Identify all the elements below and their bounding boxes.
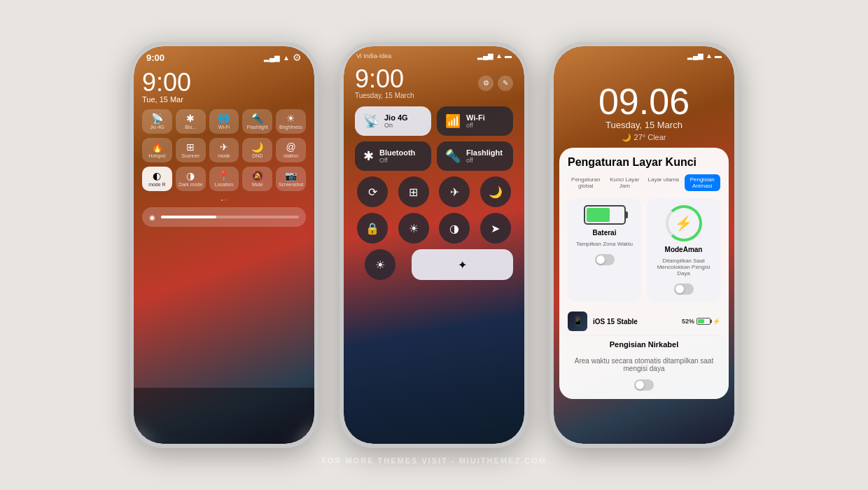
edit-icon-btn[interactable]: ✎ [498,76,513,91]
phone1-date: Tue, 15 Mar [142,95,306,104]
tab-jam[interactable]: Kunci Layar Jam [607,174,643,191]
wireless-toggle[interactable] [634,379,654,391]
screenshot-icon: 📷 [285,171,297,181]
cc-jio4g-btn[interactable]: 📡 Jio 4G [142,109,172,134]
cc-screenshot-label: Screenshot [279,182,303,187]
tile-jio4g[interactable]: 📡 Jio 4G On [355,106,431,136]
tile-bt-text: Bluetooth Off [379,148,423,164]
phone2-bottom-row: ☀ ✦ [355,249,513,280]
airplane-btn[interactable]: ✈ [439,176,470,207]
cc-dnd-btn[interactable]: 🌙 DND [242,138,272,162]
hotspot-icon: 🔥 [151,142,163,152]
phone2-action-icons: ⚙ ✎ [478,76,513,91]
tile-flashlight[interactable]: 🔦 Flashlight off [437,141,513,171]
tab-utama[interactable]: Layar utama [645,174,682,191]
cc-mode-label: mode R [148,182,166,187]
phone2-status-right: ▂▄▆ ▲ ▬ [477,52,512,59]
phone2-date: Tuesday, 15 March [355,92,414,99]
tile-jio-icon: 📡 [363,113,379,129]
phone1-status-right: ▂▄▆ ▲ ⚙ [264,52,302,63]
cc-darkmode-btn[interactable]: ◑ Dark mode [176,167,206,191]
cc-mute-label: Mute [252,182,263,187]
phone1-status-bar: 9:00 ▂▄▆ ▲ ⚙ [134,46,314,66]
cc-hotspot-btn[interactable]: 🔥 Hotspot [142,138,172,162]
signal-icon: ▂▄▆ [264,54,280,62]
tile-wifi[interactable]: 📶 Wi-Fi off [437,106,513,136]
scan-btn[interactable]: ⊞ [398,176,429,207]
wireless-section: Pengisian Nirkabel Area waktu secara oto… [568,336,720,391]
phone1-clock: 9:00 [142,70,306,95]
ios-icon-visual: 📱 [568,312,587,331]
tile-wifi-sub: off [466,122,505,129]
list-item-name: iOS 15 Stable [593,318,676,326]
cc-scanner-btn[interactable]: ⊞ Scanner [176,138,206,162]
cc-row3: ◐ mode R ◑ Dark mode 📍 Location 🔕 Mute 📷 [142,167,306,191]
flashlight-icon: 🔦 [251,113,263,123]
settings-panel: Pengaturan Layar Kunci Pengaturan global… [559,148,729,399]
cc-flashlight-btn[interactable]: 🔦 Flashlight [242,109,272,134]
cc-scanner-label: Scanner [181,153,200,158]
battery2-icon: ▬ [505,52,512,59]
cc-mute-btn[interactable]: 🔕 Mute [242,167,272,191]
tile-wifi-icon: 📶 [445,113,461,129]
phone3-screen: ▂▄▆ ▲ ▬ 09.06 Tuesday, 15 March 🌙 27° Cl… [554,46,734,444]
baterai-toggle[interactable] [595,254,615,265]
cc-row2: 🔥 Hotspot ⊞ Scanner ✈ mode 🌙 DND @ n [142,138,306,162]
phone3: ▂▄▆ ▲ ▬ 09.06 Tuesday, 15 March 🌙 27° Cl… [550,42,738,448]
mute-icon: 🔕 [251,171,263,181]
cc-screenshot-btn[interactable]: 📷 Screenshot [276,167,306,191]
list-item-ios: 📱 iOS 15 Stable 52% ⚡ [568,307,720,336]
baterai-toggle-row [595,254,615,265]
wifi-cc-icon: 🌐 [218,113,230,123]
baterai-sub: Tampilkan Zona Waktu [576,241,633,247]
battery3-icon: ▬ [715,52,722,59]
watermark-text: FOR MORE THEMES VISIT - MIUITHEMEZ.COM [321,456,547,465]
lock-btn[interactable]: 🔒 [357,213,388,244]
panel-title: Pengaturan Layar Kunci [568,156,720,169]
ios-app-icon: 📱 [568,312,587,331]
card-baterai: Baterai Tampilkan Zona Waktu [568,198,641,302]
battery-visual [584,205,626,225]
settings-icon-btn[interactable]: ⚙ [478,76,493,91]
cc-mode-btn[interactable]: ◐ mode R [142,167,172,191]
phone2-content: 9:00 Tuesday, 15 March ⚙ ✎ 📡 Jio 4G On [344,62,524,284]
moon-btn[interactable]: 🌙 [480,176,511,207]
tab-global[interactable]: Pengaturan global [568,174,604,191]
cc-brightness-btn[interactable]: ☀ Brightness [276,109,306,134]
long-btn[interactable]: ✦ [412,249,513,280]
tile-bluetooth[interactable]: ✱ Bluetooth Off [355,141,431,171]
phone1-bottom-overlay [134,388,314,444]
phone3-status-bar: ▂▄▆ ▲ ▬ [554,46,734,62]
card-modeaman: ⚡ ModeAman Ditampilkan Saat Mencolokkan … [647,198,720,302]
navigate-btn[interactable]: ➤ [480,213,511,244]
tile-flashlight-icon: 🔦 [445,148,461,164]
tile-bt-icon: ✱ [363,148,374,164]
sun-btn[interactable]: ☀ [398,213,429,244]
cc-rotation-btn[interactable]: @ ntation [276,138,306,162]
darkmode-btn[interactable]: ◑ [439,213,470,244]
location-icon: 📍 [218,171,230,181]
gear-icon[interactable]: ⚙ [293,52,302,63]
rotate-btn[interactable]: ⟳ [357,176,388,207]
modeaman-sub: Ditampilkan Saat Mencolokkan Pengisi Day… [654,258,713,276]
phone2-time-row: 9:00 Tuesday, 15 March ⚙ ✎ [355,66,513,99]
baterai-label: Baterai [593,229,617,237]
phone1: 9:00 ▂▄▆ ▲ ⚙ 9:00 Tue, 15 Mar 📡 Jio 4G ✱… [130,42,318,448]
cc-wifi-btn[interactable]: 🌐 Wi-Fi [209,109,239,134]
tile-flashlight-text: Flashlight off [466,148,505,164]
phone3-status-right: ▂▄▆ ▲ ▬ [687,52,722,59]
cc-airplane-btn[interactable]: ✈ mode [209,138,239,162]
modeaman-toggle[interactable] [674,284,694,295]
cc-bluetooth-btn[interactable]: ✱ Blu... [176,109,206,134]
charge-bolt: ⚡ [713,318,720,325]
phone1-control-center: 9:00 Tue, 15 Mar 📡 Jio 4G ✱ Blu... 🌐 Wi-… [134,66,314,231]
phone2-clock: 9:00 [355,66,414,92]
cc-location-btn[interactable]: 📍 Location [209,167,239,191]
dimmer-btn[interactable]: ☀ [365,249,396,280]
brightness-slider[interactable]: ◉ [142,207,306,227]
phone2-main-grid: 📡 Jio 4G On 📶 Wi-Fi off ✱ B [355,106,513,171]
signal2-icon: ▂▄▆ [477,52,493,59]
brightness-icon: ☀ [286,113,295,123]
tab-animasi[interactable]: Pengisian Animasi [685,174,721,191]
mode-icon: ◐ [153,171,161,181]
